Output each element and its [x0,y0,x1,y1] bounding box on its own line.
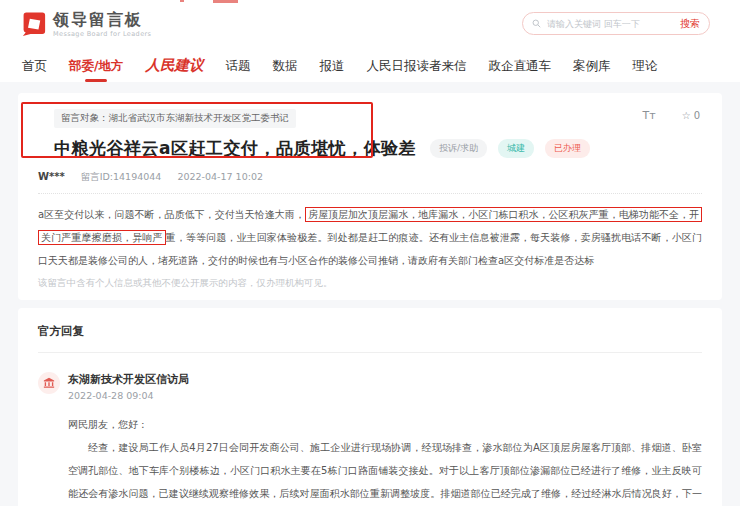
search-bar[interactable]: 搜索 [522,12,710,35]
nav-item-ministries-local[interactable]: 部委/地方 [69,58,124,75]
reply-content: 东湖新技术开发区信访局 2022-04-28 09:04 网民朋友，您好： 经查… [68,372,702,506]
message-id: 留言ID:14194044 [81,171,162,184]
search-icon [532,19,541,28]
message-meta-row: W*** 留言ID:14194044 2022-04-17 10:02 [38,171,702,184]
font-size-icon[interactable]: Tᴛ [643,109,656,122]
message-utils: Tᴛ ☆ 0 [643,109,700,122]
official-reply-heading: 官方回复 [38,324,702,339]
tag-category-urban: 城建 [498,139,534,158]
message-title-row: 中粮光谷祥云a区赶工交付，品质堪忧，体验差 投诉/求助 城建 已办理 [54,137,702,160]
message-target-label: 留言对象：湖北省武汉市东湖新技术开发区党工委书记 [54,109,296,128]
reply-agency-name: 东湖新技术开发区信访局 [68,372,702,387]
message-title: 中粮光谷祥云a区赶工交付，品质堪忧，体验差 [54,137,416,160]
message-body-prefix: a区至交付以来，问题不断，品质低下，交付当天恰逢大雨， [38,209,305,220]
reply-paragraph: 经查，建设局工作人员4月27日会同开发商公司、施工企业进行现场协调，经现场排查，… [68,436,702,506]
logo-text: 领导留言板 Message Board for Leaders [53,11,151,38]
search-button[interactable]: 搜索 [680,17,700,31]
nav-item-reader-letters[interactable]: 人民日报读者来信 [367,58,467,75]
reply-divider [38,352,702,353]
message-tags: 投诉/求助 城建 已办理 [430,139,590,158]
message-body: a区至交付以来，问题不断，品质低下，交付当天恰逢大雨，房屋顶层加次顶层漏水，地库… [38,203,702,272]
reply-item: 东湖新技术开发区信访局 2022-04-28 09:04 网民朋友，您好： 经查… [38,372,702,506]
nav-item-home[interactable]: 首页 [22,58,47,75]
message-target-row: 留言对象：湖北省武汉市东湖新技术开发区党工委书记 [54,106,702,128]
favorite-star-button[interactable]: ☆ 0 [682,110,700,121]
message-date: 2022-04-17 10:02 [177,171,263,182]
message-card: 留言对象：湖北省武汉市东湖新技术开发区党工委书记 中粮光谷祥云a区赶工交付，品质… [18,93,722,300]
star-count: 0 [694,110,700,121]
privacy-note: 该留言中含有个人信息或其他不便公开展示的内容，仅办理机构可见。 [38,277,702,290]
official-reply-card: 官方回复 东湖新技术开发区信访局 2022-04-28 09:04 网民朋友，您… [18,308,722,506]
main-nav: 首页 部委/地方 人民建议 话题 数据 报道 人民日报读者来信 政企直通车 案例… [22,56,658,75]
site-logo[interactable]: 领导留言板 Message Board for Leaders [21,11,151,38]
logo-title: 领导留言板 [53,11,151,28]
nav-item-case-library[interactable]: 案例库 [573,58,611,75]
logo-subtitle: Message Board for Leaders [53,30,151,38]
top-red-mark [180,0,184,2]
tag-status-handled: 已办理 [545,139,590,158]
message-author: W*** [38,171,65,182]
search-input[interactable] [547,19,680,29]
nav-item-peoples-suggestions[interactable]: 人民建议 [146,56,204,75]
reply-date: 2022-04-28 09:04 [68,390,702,401]
nav-item-data[interactable]: 数据 [273,58,298,75]
tag-complaint: 投诉/求助 [430,139,487,158]
reply-body: 网民朋友，您好： 经查，建设局工作人员4月27日会同开发商公司、施工企业进行现场… [68,413,702,506]
institution-bank-icon [43,377,55,389]
top-red-mark [213,0,238,3]
dotted-divider [38,193,702,194]
government-agency-avatar [38,372,60,394]
nav-item-topics[interactable]: 话题 [226,58,251,75]
nav-item-gov-biz-express[interactable]: 政企直通车 [489,58,552,75]
reply-greeting: 网民朋友，您好： [68,413,702,436]
site-header: 领导留言板 Message Board for Leaders 搜索 首页 部委… [0,0,740,82]
page: 领导留言板 Message Board for Leaders 搜索 首页 部委… [0,0,740,506]
star-icon: ☆ [682,110,691,121]
logo-speech-bubble-icon [21,11,47,36]
nav-item-reports[interactable]: 报道 [320,58,345,75]
nav-item-theory[interactable]: 理论 [633,58,658,75]
